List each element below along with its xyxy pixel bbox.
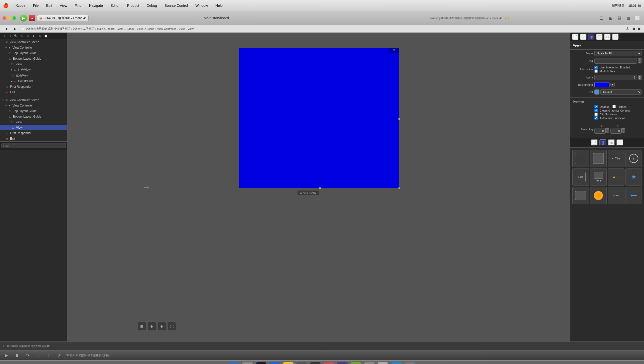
- background-color-dropdown[interactable]: ▼: [610, 83, 615, 86]
- user-interaction-label[interactable]: User Interaction Enabled: [594, 66, 630, 69]
- clip-subviews-checkbox[interactable]: [594, 113, 598, 116]
- obj-lib-tab-objects[interactable]: {}: [599, 139, 606, 146]
- dock-notes[interactable]: 📝: [283, 362, 294, 364]
- dock-system-prefs[interactable]: ⚙: [242, 362, 253, 364]
- sidebar-constraints[interactable]: ▶ ≡ Constraints: [0, 78, 67, 84]
- background-color-swatch[interactable]: [594, 82, 609, 87]
- sidebar-viewcontroller-2[interactable]: ▼ ● View Controller: [0, 103, 67, 108]
- tint-color-swatch[interactable]: [594, 89, 599, 95]
- breadcrumb-nav-prev[interactable]: ◀: [631, 26, 636, 31]
- menu-editor[interactable]: Editor: [109, 3, 121, 8]
- object-cell-11[interactable]: ┄┄: [608, 187, 624, 204]
- sidebar-view-1[interactable]: ▼ ☐ View: [0, 61, 67, 67]
- dock-trash[interactable]: 🗑: [404, 362, 415, 364]
- nav-tab-logs[interactable]: 📋: [43, 33, 49, 39]
- tag-stepper-down[interactable]: ▼: [638, 61, 641, 63]
- inspector-tab-file[interactable]: 📄: [572, 34, 579, 40]
- dock-safari[interactable]: 🧭: [269, 362, 280, 364]
- multiple-touch-checkbox[interactable]: [594, 69, 598, 73]
- menu-debug[interactable]: Debug: [145, 3, 158, 8]
- canvas-zoom-out[interactable]: ⊖: [158, 322, 166, 330]
- clears-graphics-label[interactable]: Clears Graphics Context: [594, 109, 630, 112]
- sidebar-blue-view[interactable]: ☐ 蓝色View: [0, 73, 67, 78]
- canvas-zoom-in[interactable]: ⊕: [148, 322, 156, 330]
- canvas-fullscreen[interactable]: ⛶: [168, 322, 176, 330]
- alpha-stepper-down[interactable]: ▼: [638, 77, 641, 80]
- menu-window[interactable]: Window: [194, 3, 209, 8]
- close-button[interactable]: [3, 16, 6, 20]
- opaque-label[interactable]: Opaque: [594, 105, 609, 108]
- breadcrumb-item-8[interactable]: View: [188, 27, 194, 30]
- breadcrumb-item-1[interactable]: 006自动布局案例-底部按钮相同间距: [26, 27, 70, 31]
- breadcrumb-item-2[interactable]: 006自动…同间距: [73, 27, 94, 31]
- multiple-touch-label[interactable]: Multiple Touch: [594, 69, 617, 73]
- maximize-button[interactable]: [13, 16, 16, 20]
- resize-handle-bottom[interactable]: [319, 187, 321, 189]
- bottom-tb-step-in[interactable]: ↓: [34, 351, 42, 359]
- object-cell-2[interactable]: [590, 150, 607, 167]
- user-interaction-checkbox[interactable]: [594, 66, 598, 69]
- sidebar-scene1-header[interactable]: ▼ ⊞ View Controller Scene: [0, 39, 67, 45]
- object-cell-9[interactable]: [572, 187, 589, 204]
- sidebar-first-responder-1[interactable]: ☆ First Responder: [0, 84, 67, 89]
- stretching-x-input[interactable]: [594, 128, 605, 134]
- inspector-tab-attributes[interactable]: ☰: [596, 34, 603, 40]
- dock-terminal[interactable]: 💻: [296, 362, 307, 364]
- breadcrumb-forward[interactable]: ▶: [11, 25, 19, 33]
- navigator-toggle[interactable]: ☰: [597, 14, 605, 22]
- mode-select[interactable]: Scale To Fill: [594, 51, 641, 56]
- nav-tab-debug[interactable]: ▶: [31, 33, 37, 39]
- sidebar-view-2-child[interactable]: ☐ View: [0, 125, 67, 130]
- object-cell-item[interactable]: Item: [590, 168, 607, 186]
- tag-stepper[interactable]: ▲ ▼: [638, 58, 641, 63]
- clears-graphics-checkbox[interactable]: [594, 109, 598, 112]
- breadcrumb-item-7[interactable]: View: [179, 27, 185, 30]
- dock-instruments[interactable]: 🔧: [310, 362, 321, 364]
- obj-lib-tab-media[interactable]: ◉: [608, 139, 615, 146]
- menu-file[interactable]: File: [32, 3, 40, 8]
- layout-toggle[interactable]: ▦: [624, 14, 632, 22]
- object-cell-5[interactable]: Edit: [572, 168, 589, 186]
- inspector-tab-quick-help[interactable]: ?: [580, 34, 587, 40]
- tag-stepper-up[interactable]: ▲: [638, 58, 641, 61]
- bottom-tb-share[interactable]: ↗: [55, 351, 63, 359]
- sidebar-viewcontroller-1[interactable]: ▼ ● View Controller: [0, 45, 67, 50]
- dock-simulator[interactable]: 📱: [364, 362, 375, 364]
- bottom-tb-pause[interactable]: ⏸: [13, 351, 21, 359]
- autoresize-label[interactable]: Autoresize Subviews: [594, 116, 625, 120]
- sidebar-scene2-header[interactable]: ▼ ⊞ View Controller Scene: [0, 97, 67, 103]
- run-button[interactable]: ▶: [20, 15, 27, 22]
- sidebar-search[interactable]: [2, 143, 66, 148]
- nav-tab-project[interactable]: ⊞: [1, 33, 7, 39]
- bottom-tb-play[interactable]: ▶: [3, 351, 11, 359]
- breadcrumb-item-3[interactable]: Main.s...board: [97, 27, 115, 30]
- tag-input[interactable]: 0: [594, 58, 637, 64]
- dock-onetool[interactable]: 🔮: [337, 362, 348, 364]
- inspector-toggle[interactable]: ⊞: [606, 14, 614, 22]
- menu-find[interactable]: Find: [73, 3, 83, 8]
- nav-tab-tests[interactable]: ◇: [25, 33, 31, 39]
- sidebar-top-layout-guide-1[interactable]: ☐ Top Layout Guide: [0, 50, 67, 56]
- alpha-stepper-up[interactable]: ▲: [638, 75, 641, 77]
- sidebar-red-view[interactable]: ▶ ☐ 红色View: [0, 67, 67, 73]
- resize-handle[interactable]: [398, 118, 400, 120]
- stretching-x-stepper[interactable]: ▲ ▼: [605, 128, 609, 133]
- sidebar-top-layout-guide-2[interactable]: ☐ Top Layout Guide: [0, 108, 67, 114]
- object-cell-8[interactable]: ★: [625, 168, 642, 186]
- clip-subviews-label[interactable]: Clip Subviews: [594, 113, 617, 116]
- dock-onenote[interactable]: 📓: [323, 362, 334, 364]
- dock-launchpad[interactable]: 🚀: [256, 362, 267, 364]
- stretching-y-input[interactable]: [610, 128, 621, 134]
- sidebar-bottom-layout-guide-1[interactable]: ☐ Bottom Layout Guide: [0, 56, 67, 61]
- bottom-tb-step-over[interactable]: ↷: [24, 351, 32, 359]
- stop-button[interactable]: ■: [29, 15, 35, 21]
- canvas-toggle[interactable]: ⬜: [633, 14, 641, 22]
- object-cell-4[interactable]: ⟨: [625, 150, 642, 167]
- object-cell-1[interactable]: [572, 150, 589, 167]
- sidebar-exit-1[interactable]: ⊗ Exit: [0, 89, 67, 95]
- sidebar-bottom-layout-guide-2[interactable]: ☐ Bottom Layout Guide: [0, 114, 67, 119]
- storyboard-canvas[interactable]: □: [239, 48, 399, 188]
- object-cell-10[interactable]: 🔶: [590, 187, 607, 204]
- debug-toggle[interactable]: ⌸: [615, 14, 623, 22]
- menu-xcode[interactable]: Xcode: [14, 3, 27, 8]
